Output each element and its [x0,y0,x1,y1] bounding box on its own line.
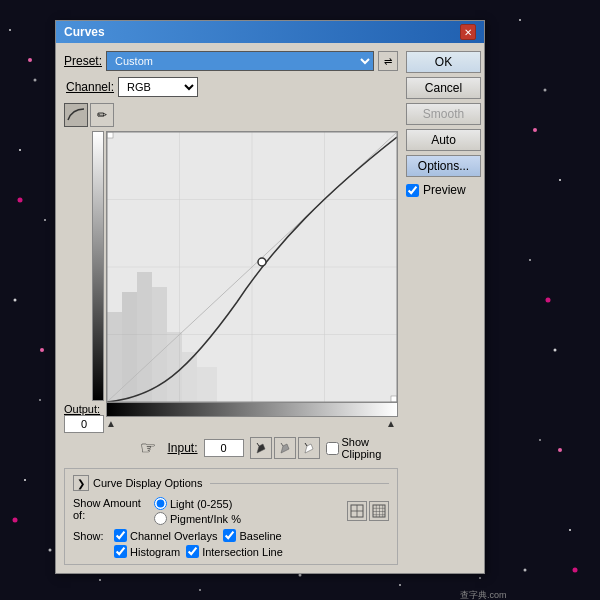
svg-point-10 [544,89,547,92]
grid-buttons [347,501,389,521]
svg-point-9 [519,19,521,21]
gray-eyedropper-button[interactable] [274,437,296,459]
pigment-radio-item: Pigment/Ink % [154,512,241,525]
curve-tool-button[interactable] [64,103,88,127]
show-clipping-checkbox[interactable] [326,442,339,455]
curve-display-options: ❯ Curve Display Options Show Amount of: … [64,468,398,565]
histogram-label: Histogram [130,546,180,558]
output-field-group: Output: [64,403,104,433]
svg-point-6 [39,399,41,401]
vertical-gradient-container [92,131,104,401]
dialog-body: Preset: Custom ⇌ Channel: RGB Red Green … [56,43,484,573]
svg-point-24 [573,568,578,573]
preview-checkbox[interactable] [406,184,419,197]
svg-point-4 [44,219,46,221]
pencil-tool-button[interactable]: ✏ [90,103,114,127]
svg-point-22 [546,298,551,303]
svg-rect-46 [167,332,182,402]
svg-point-5 [14,299,17,302]
curve-options-header: ❯ Curve Display Options [73,475,389,491]
right-panel: OK Cancel Smooth Auto Options... Preview [406,51,481,565]
channel-select[interactable]: RGB Red Green Blue [118,77,198,97]
channel-label: Channel: [66,80,114,94]
left-panel: Preset: Custom ⇌ Channel: RGB Red Green … [64,51,398,565]
close-button[interactable]: ✕ [460,24,476,40]
dialog-title: Curves [64,25,105,39]
svg-point-26 [199,589,201,591]
svg-rect-51 [107,132,113,138]
detailed-grid-button[interactable] [369,501,389,521]
eyedropper-tools [250,437,320,459]
hand-tool-button[interactable]: ☞ [136,434,160,462]
triangle-markers: ▲ ▲ [106,417,396,430]
baseline-item: Baseline [223,529,281,542]
svg-point-16 [524,569,527,572]
show-amount-row: Show Amount of: Light (0-255) Pigment/In… [73,497,389,525]
svg-point-18 [18,198,23,203]
cancel-button[interactable]: Cancel [406,77,481,99]
svg-point-28 [399,584,401,586]
output-label: Output: [64,403,100,415]
curve-graph-wrapper: ▲ ▲ ☞ Input: [106,131,398,462]
curve-tools: ✏ [64,103,398,127]
input-value-field[interactable] [204,439,244,457]
svg-point-12 [529,259,531,261]
histogram-item: Histogram [114,545,180,558]
baseline-checkbox[interactable] [223,529,236,542]
svg-point-25 [99,579,101,581]
curve-graph-container[interactable] [106,131,398,417]
ok-button[interactable]: OK [406,51,481,73]
preview-label: Preview [423,183,466,197]
svg-point-14 [539,439,541,441]
svg-point-2 [34,79,37,82]
svg-text:查字典.com: 查字典.com [460,590,507,600]
histogram-checkbox[interactable] [114,545,127,558]
svg-line-54 [257,443,259,446]
svg-line-56 [305,443,307,446]
collapse-button[interactable]: ❯ [73,475,89,491]
show-clipping-label: Show Clipping [342,436,398,460]
channel-row: Channel: RGB Red Green Blue [66,77,398,97]
svg-rect-44 [137,272,152,402]
svg-point-20 [13,518,18,523]
dialog-titlebar: Curves ✕ [56,21,484,43]
light-radio-button[interactable] [154,497,167,510]
show-options-row2: Histogram Intersection Line [114,545,389,558]
intersection-line-item: Intersection Line [186,545,283,558]
channel-overlays-label: Channel Overlays [130,530,217,542]
black-eyedropper-button[interactable] [250,437,272,459]
preset-menu-button[interactable]: ⇌ [378,51,398,71]
preset-select[interactable]: Custom [106,51,374,71]
svg-rect-60 [373,505,385,517]
input-row: ☞ Input: [136,434,398,462]
pigment-radio-button[interactable] [154,512,167,525]
svg-point-17 [28,58,32,62]
curves-dialog: Curves ✕ Preset: Custom ⇌ Channel: RGB R… [55,20,485,574]
output-input[interactable] [64,415,104,433]
white-eyedropper-button[interactable] [298,437,320,459]
light-radio-item: Light (0-255) [154,497,241,510]
simple-grid-button[interactable] [347,501,367,521]
auto-button[interactable]: Auto [406,129,481,151]
options-button[interactable]: Options... [406,155,481,177]
amount-radio-group: Light (0-255) Pigment/Ink % [154,497,241,525]
intersection-line-checkbox[interactable] [186,545,199,558]
svg-point-11 [559,179,561,181]
svg-point-29 [479,577,481,579]
svg-rect-42 [107,312,122,402]
show-clipping-option: Show Clipping [326,436,398,460]
smooth-button[interactable]: Smooth [406,103,481,125]
options-divider-line [210,483,389,484]
preview-row: Preview [406,183,481,197]
curve-graph-svg [107,132,397,402]
show-options-row1: Show: Channel Overlays Baseline [73,529,389,542]
channel-overlays-checkbox[interactable] [114,529,127,542]
svg-point-19 [40,348,44,352]
horizontal-gradient-bar [107,402,397,416]
curve-area: Output: [64,131,398,462]
channel-overlays-item: Channel Overlays [114,529,217,542]
vertical-gradient-bar [92,131,104,401]
pigment-option-label: Pigment/Ink % [170,513,241,525]
intersection-line-label: Intersection Line [202,546,283,558]
svg-rect-48 [197,367,217,402]
